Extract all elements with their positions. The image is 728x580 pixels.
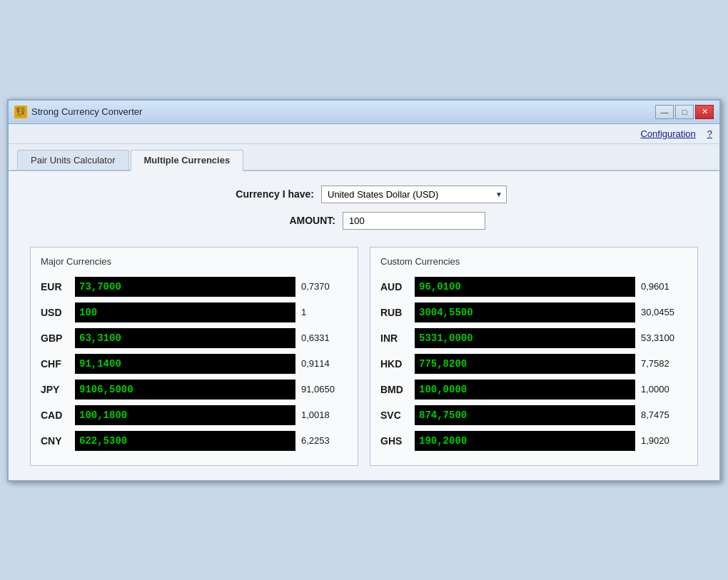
currency-label: Currency I have:: [221, 188, 314, 200]
list-item: USD 100 1: [41, 302, 348, 322]
form-section: Currency I have: United States Dollar (U…: [30, 185, 698, 230]
title-bar: 💱 Strong Currency Converter — □ ✕: [9, 101, 719, 124]
main-content: Currency I have: United States Dollar (U…: [9, 171, 719, 480]
currency-rate-hkd: 7,7582: [641, 358, 687, 369]
currency-value-bmd: 100,0000: [419, 384, 467, 395]
currency-code-cny: CNY: [41, 435, 69, 447]
currency-select[interactable]: United States Dollar (USD)Euro (EUR)Brit…: [321, 185, 507, 203]
menu-bar: Configuration ?: [9, 124, 719, 144]
main-window: 💱 Strong Currency Converter — □ ✕ Config…: [7, 99, 721, 482]
list-item: GHS 190,2000 1,9020: [380, 431, 687, 451]
currency-value-eur: 73,7000: [79, 281, 121, 292]
list-item: GBP 63,3100 0,6331: [41, 328, 348, 348]
currency-rate-rub: 30,0455: [641, 307, 687, 317]
currency-rate-cny: 6,2253: [301, 435, 348, 446]
amount-input[interactable]: [343, 212, 485, 230]
list-item: JPY 9106,5000 91,0650: [41, 380, 348, 400]
currency-bar-aud: 96,0100: [415, 277, 635, 297]
tabs-container: Pair Units Calculator Multiple Currencie…: [9, 144, 719, 171]
currency-code-svc: SVC: [380, 409, 409, 421]
currency-bar-cny: 622,5300: [75, 431, 295, 451]
currency-bar-gbp: 63,3100: [75, 328, 295, 348]
currency-value-chf: 91,1400: [79, 358, 121, 370]
currency-rate-eur: 0,7370: [301, 281, 348, 292]
configuration-menu[interactable]: Configuration: [640, 128, 695, 139]
currency-bar-bmd: 100,0000: [415, 380, 635, 400]
currency-bar-inr: 5331,0000: [415, 328, 635, 348]
currency-rate-usd: 1: [301, 307, 348, 317]
currency-code-inr: INR: [380, 332, 409, 344]
custom-currencies-panel: Custom Currencies AUD 96,0100 0,9601 RUB…: [370, 247, 698, 466]
currency-value-usd: 100: [79, 307, 97, 318]
window-controls: — □ ✕: [655, 105, 714, 119]
list-item: CAD 100,1800 1,0018: [41, 405, 348, 425]
currency-code-ghs: GHS: [380, 435, 409, 447]
close-button[interactable]: ✕: [695, 105, 714, 119]
major-currencies-title: Major Currencies: [41, 256, 348, 267]
maximize-button[interactable]: □: [675, 105, 694, 119]
currency-code-gbp: GBP: [41, 332, 69, 344]
list-item: CHF 91,1400 0,9114: [41, 354, 348, 374]
currency-code-chf: CHF: [41, 358, 69, 370]
amount-label: AMOUNT:: [243, 215, 335, 226]
currency-code-usd: USD: [41, 307, 69, 318]
currency-value-ghs: 190,2000: [419, 435, 467, 447]
currency-bar-jpy: 9106,5000: [75, 380, 295, 400]
currency-bar-svc: 874,7500: [415, 405, 635, 425]
tab-multiple-currencies[interactable]: Multiple Currencies: [131, 150, 244, 171]
currency-rate-chf: 0,9114: [301, 358, 348, 369]
major-currencies-panel: Major Currencies EUR 73,7000 0,7370 USD …: [30, 247, 358, 466]
currency-bar-eur: 73,7000: [75, 277, 295, 297]
currency-row: Currency I have: United States Dollar (U…: [221, 185, 507, 203]
panels-row: Major Currencies EUR 73,7000 0,7370 USD …: [30, 247, 698, 466]
currency-rate-cad: 1,0018: [301, 409, 348, 420]
currency-select-wrapper: United States Dollar (USD)Euro (EUR)Brit…: [321, 185, 507, 203]
currency-code-aud: AUD: [380, 281, 409, 292]
list-item: AUD 96,0100 0,9601: [380, 277, 687, 297]
currency-code-cad: CAD: [41, 409, 69, 421]
currency-rate-jpy: 91,0650: [301, 384, 348, 395]
currency-value-rub: 3004,5500: [419, 307, 473, 318]
list-item: BMD 100,0000 1,0000: [380, 380, 687, 400]
window-title: Strong Currency Converter: [31, 106, 142, 117]
tab-pair-units[interactable]: Pair Units Calculator: [17, 150, 129, 170]
help-menu[interactable]: ?: [707, 128, 712, 139]
currency-value-aud: 96,0100: [419, 281, 461, 292]
list-item: INR 5331,0000 53,3100: [380, 328, 687, 348]
currency-bar-ghs: 190,2000: [415, 431, 635, 451]
currency-code-jpy: JPY: [41, 384, 69, 395]
currency-code-hkd: HKD: [380, 358, 409, 370]
currency-bar-chf: 91,1400: [75, 354, 295, 374]
currency-bar-hkd: 775,8200: [415, 354, 635, 374]
custom-currencies-title: Custom Currencies: [380, 256, 687, 267]
list-item: SVC 874,7500 8,7475: [380, 405, 687, 425]
currency-rate-gbp: 0,6331: [301, 332, 348, 343]
list-item: EUR 73,7000 0,7370: [41, 277, 348, 297]
title-bar-left: 💱 Strong Currency Converter: [14, 106, 142, 118]
currency-value-inr: 5331,0000: [419, 332, 473, 344]
currency-rate-ghs: 1,9020: [641, 435, 687, 446]
list-item: CNY 622,5300 6,2253: [41, 431, 348, 451]
currency-value-hkd: 775,8200: [419, 358, 467, 370]
currency-bar-cad: 100,1800: [75, 405, 295, 425]
amount-row: AMOUNT:: [243, 212, 485, 230]
currency-rate-inr: 53,3100: [641, 332, 687, 343]
currency-value-cad: 100,1800: [79, 409, 127, 421]
currency-rate-bmd: 1,0000: [641, 384, 687, 395]
minimize-button[interactable]: —: [655, 105, 674, 119]
currency-code-bmd: BMD: [380, 384, 409, 395]
app-icon: 💱: [14, 106, 27, 118]
currency-value-gbp: 63,3100: [79, 332, 121, 344]
currency-rate-svc: 8,7475: [641, 409, 687, 420]
list-item: HKD 775,8200 7,7582: [380, 354, 687, 374]
currency-code-rub: RUB: [380, 307, 409, 318]
currency-bar-usd: 100: [75, 302, 295, 322]
currency-value-cny: 622,5300: [79, 435, 127, 447]
currency-value-svc: 874,7500: [419, 409, 467, 421]
currency-value-jpy: 9106,5000: [79, 384, 133, 395]
currency-code-eur: EUR: [41, 281, 69, 292]
currency-rate-aud: 0,9601: [641, 281, 687, 292]
currency-bar-rub: 3004,5500: [415, 302, 635, 322]
list-item: RUB 3004,5500 30,0455: [380, 302, 687, 322]
